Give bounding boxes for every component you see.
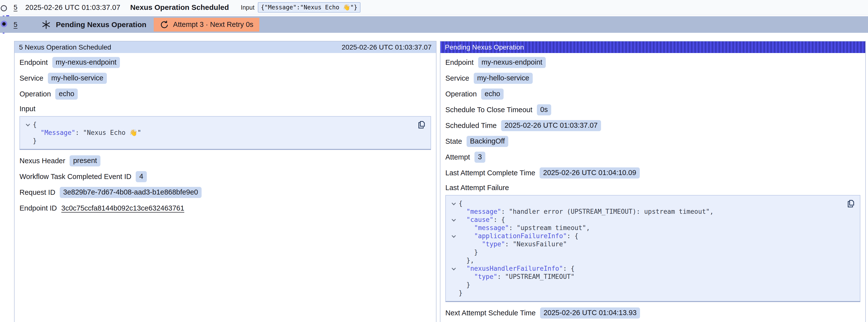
field-value-chip: echo bbox=[481, 89, 503, 100]
timeline-event-marker-open[interactable] bbox=[1, 5, 7, 11]
json-line: { bbox=[23, 121, 426, 129]
field-value-chip: 3e829b7e-7d67-4b08-aad3-b1e868bfe9e0 bbox=[60, 187, 202, 198]
copy-icon bbox=[846, 199, 855, 208]
field-label: Attempt bbox=[445, 153, 470, 161]
json-text: }, bbox=[459, 256, 474, 264]
field-label: Operation bbox=[445, 90, 477, 98]
field-state: State BackingOff bbox=[445, 136, 860, 147]
json-text: "type": "UPSTREAM_TIMEOUT" bbox=[459, 273, 575, 281]
field-endpoint: Endpoint my-nexus-endpoint bbox=[445, 57, 860, 68]
timeline-event-marker-active[interactable] bbox=[1, 21, 7, 27]
field-input-label: Input bbox=[20, 104, 431, 113]
event-timestamp: 2025-02-26 UTC 01:03:37.07 bbox=[25, 3, 120, 11]
field-label: Request ID bbox=[20, 188, 55, 196]
right-panel-title: Pending Nexus Operation bbox=[445, 43, 524, 51]
json-text: { bbox=[459, 199, 463, 207]
copy-icon bbox=[417, 120, 426, 129]
field-label: Next Attempt Schedule Time bbox=[445, 309, 536, 317]
retry-icon bbox=[160, 20, 169, 29]
json-line: "nexusHandlerFailureInfo": { bbox=[449, 264, 855, 273]
field-label: Nexus Header bbox=[20, 157, 65, 165]
json-line: }, bbox=[449, 256, 855, 264]
last-attempt-failure-json-block: { "message": "handler error (UPSTREAM_TI… bbox=[445, 195, 860, 302]
field-value-chip: 2025-02-26 UTC 01:04:10.09 bbox=[539, 167, 640, 179]
field-last-attempt-complete-time: Last Attempt Complete Time 2025-02-26 UT… bbox=[445, 167, 860, 178]
field-last-attempt-failure-label: Last Attempt Failure bbox=[445, 183, 860, 192]
json-line: } bbox=[23, 137, 426, 145]
collapse-chevron-icon[interactable] bbox=[449, 199, 459, 207]
endpoint-id-link[interactable]: 3c0c75ccfa8144b092c13ce632463761 bbox=[61, 204, 184, 212]
field-value-chip: 2025-02-26 UTC 01:04:13.93 bbox=[540, 308, 640, 319]
field-schedule-to-close-timeout: Schedule To Close Timeout 0s bbox=[445, 104, 860, 115]
field-label: Operation bbox=[20, 90, 51, 98]
json-text: } bbox=[33, 137, 37, 145]
field-value-chip: my-nexus-endpoint bbox=[52, 57, 120, 68]
field-label: Endpoint ID bbox=[20, 204, 57, 212]
left-panel-header: 5 Nexus Operation Scheduled 2025-02-26 U… bbox=[14, 41, 436, 53]
json-text: } bbox=[459, 289, 463, 297]
field-label: Service bbox=[20, 74, 43, 82]
field-label: Endpoint bbox=[20, 58, 48, 67]
pending-title: Pending Nexus Operation bbox=[56, 21, 147, 29]
field-value-chip: 0s bbox=[537, 104, 552, 116]
input-preview-label: Input bbox=[241, 4, 255, 11]
event-summary-row[interactable]: 5 2025-02-26 UTC 01:03:37.07 Nexus Opera… bbox=[0, 0, 868, 15]
field-value-chip: my-hello-service bbox=[48, 73, 107, 84]
field-label: Scheduled Time bbox=[445, 122, 497, 130]
json-text: } bbox=[459, 281, 470, 289]
event-title: Nexus Operation Scheduled bbox=[130, 3, 229, 11]
pending-event-id-link[interactable]: 5 bbox=[13, 21, 18, 29]
collapse-chevron-icon[interactable] bbox=[449, 216, 459, 224]
json-text: "message": "handler error (UPSTREAM_TIME… bbox=[459, 207, 714, 216]
field-value-chip: echo bbox=[55, 89, 78, 100]
collapse-chevron-icon[interactable] bbox=[449, 264, 459, 273]
retry-badge-text: Attempt 3 · Next Retry 0s bbox=[173, 21, 253, 29]
field-value-chip: my-nexus-endpoint bbox=[478, 57, 546, 68]
pending-asterisk-icon bbox=[41, 20, 51, 30]
field-label: Schedule To Close Timeout bbox=[445, 106, 532, 114]
input-json-block: { "Message": "Nexus Echo 👋"} bbox=[20, 116, 431, 150]
retry-status-badge: Attempt 3 · Next Retry 0s bbox=[154, 18, 259, 32]
json-line: "Message": "Nexus Echo 👋" bbox=[23, 129, 426, 137]
collapse-chevron-icon[interactable] bbox=[23, 121, 33, 129]
field-operation: Operation echo bbox=[445, 89, 860, 99]
field-label: State bbox=[445, 137, 462, 146]
field-label: Endpoint bbox=[445, 58, 474, 67]
field-label: Service bbox=[445, 74, 469, 82]
json-line: } bbox=[449, 281, 855, 289]
field-endpoint-id: Endpoint ID 3c0c75ccfa8144b092c13ce63246… bbox=[20, 203, 431, 214]
input-preview-chip[interactable]: {"Message":"Nexus Echo 👋"} bbox=[258, 2, 360, 12]
copy-failure-button[interactable] bbox=[846, 199, 856, 208]
pending-nexus-operation-panel: Pending Nexus Operation Endpoint my-nexu… bbox=[440, 41, 866, 322]
json-text: "applicationFailureInfo": { bbox=[459, 232, 578, 240]
nexus-operation-scheduled-panel: 5 Nexus Operation Scheduled 2025-02-26 U… bbox=[14, 41, 436, 322]
json-text: "message": "upstream timeout", bbox=[459, 224, 590, 232]
json-line: "message": "upstream timeout", bbox=[449, 224, 855, 232]
field-next-attempt-schedule-time: Next Attempt Schedule Time 2025-02-26 UT… bbox=[445, 308, 860, 318]
json-text: "nexusHandlerFailureInfo": { bbox=[459, 264, 575, 273]
field-value-chip: my-hello-service bbox=[474, 73, 533, 84]
field-nexus-header: Nexus Header present bbox=[20, 155, 431, 166]
state-badge: BackingOff bbox=[467, 136, 508, 147]
event-id-link[interactable]: 5 bbox=[13, 3, 18, 11]
pending-operation-row[interactable]: 5 Pending Nexus Operation Attempt 3 · Ne… bbox=[0, 16, 868, 33]
json-line: } bbox=[449, 248, 855, 256]
copy-input-button[interactable] bbox=[417, 120, 426, 129]
field-value-chip: 4 bbox=[136, 171, 147, 182]
field-label: Workflow Task Completed Event ID bbox=[20, 172, 131, 181]
field-value-chip: 2025-02-26 UTC 01:03:37.07 bbox=[501, 120, 601, 131]
json-line: "type": "UPSTREAM_TIMEOUT" bbox=[449, 273, 855, 281]
field-service: Service my-hello-service bbox=[20, 73, 431, 84]
left-panel-timestamp: 2025-02-26 UTC 01:03:37.07 bbox=[342, 43, 432, 51]
field-value-chip: present bbox=[69, 155, 100, 166]
json-line: "cause": { bbox=[449, 216, 855, 224]
json-text: "Message": "Nexus Echo 👋" bbox=[33, 129, 141, 137]
field-service: Service my-hello-service bbox=[445, 73, 860, 84]
json-line: "type": "NexusFailure" bbox=[449, 240, 855, 248]
field-attempt: Attempt 3 bbox=[445, 152, 860, 162]
collapse-chevron-icon[interactable] bbox=[449, 232, 459, 240]
field-label: Input bbox=[20, 105, 35, 113]
field-label: Last Attempt Failure bbox=[445, 184, 509, 192]
field-request-id: Request ID 3e829b7e-7d67-4b08-aad3-b1e86… bbox=[20, 187, 431, 198]
json-line: "message": "handler error (UPSTREAM_TIME… bbox=[449, 207, 855, 216]
